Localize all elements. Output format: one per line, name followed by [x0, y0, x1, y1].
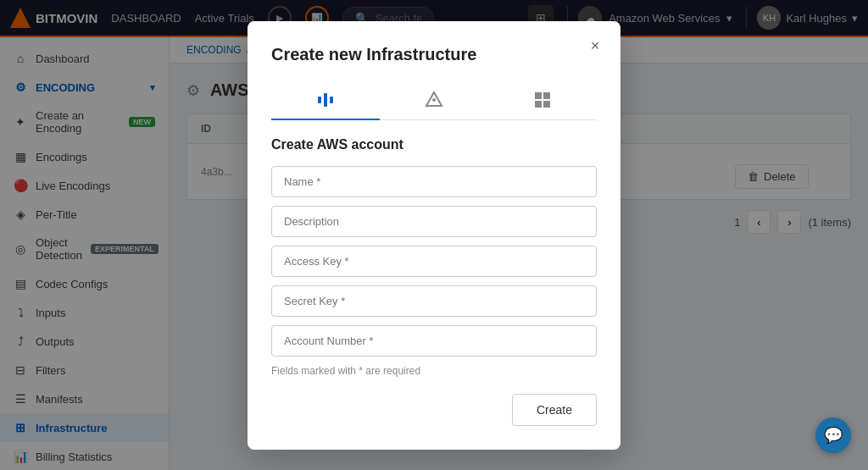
modal-title: Create new Infrastructure	[271, 45, 597, 64]
modal-close-button[interactable]: ×	[583, 37, 607, 58]
svg-rect-7	[535, 101, 542, 108]
description-field[interactable]	[271, 206, 597, 237]
svg-rect-8	[543, 101, 550, 108]
modal-footer: Create	[271, 394, 597, 426]
required-note: Fields marked with * are required	[271, 365, 597, 377]
secret-key-field[interactable]	[271, 285, 597, 317]
gcp-tab-icon	[424, 90, 444, 110]
azure-tab-icon	[532, 90, 553, 110]
modal-tab-aws[interactable]	[271, 81, 380, 120]
create-infrastructure-modal: Create new Infrastructure ×	[248, 37, 620, 450]
create-button[interactable]: Create	[512, 394, 597, 426]
modal-tab-gcp[interactable]	[380, 81, 488, 120]
access-key-field[interactable]	[271, 246, 597, 277]
svg-rect-0	[318, 97, 321, 103]
page-content-area: ENCODING / ⚙ AWS 4443... ID Description …	[170, 37, 868, 470]
modal-tab-azure[interactable]	[488, 81, 597, 120]
modal-overlay[interactable]: Create new Infrastructure ×	[170, 37, 868, 470]
account-number-field[interactable]	[271, 325, 597, 357]
svg-rect-2	[330, 97, 333, 103]
modal-tabs	[271, 81, 597, 120]
name-field[interactable]	[271, 166, 597, 197]
svg-rect-5	[535, 92, 542, 99]
aws-tab-icon	[315, 90, 336, 110]
svg-point-4	[432, 98, 436, 102]
main-area: ⌂ Dashboard ⚙ ENCODING ▾ ✦ Create an Enc…	[0, 37, 868, 470]
form-section-title: Create AWS account	[271, 137, 597, 152]
chat-support-button[interactable]: 💬	[815, 417, 851, 453]
svg-rect-6	[543, 92, 550, 99]
svg-rect-1	[324, 93, 327, 107]
